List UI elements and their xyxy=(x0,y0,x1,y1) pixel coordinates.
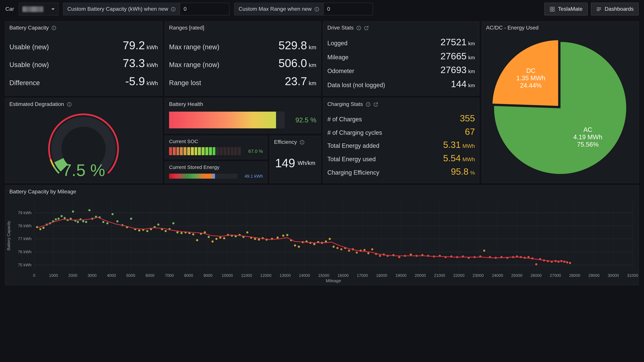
svg-text:12000: 12000 xyxy=(260,273,272,278)
dashboards-icon xyxy=(596,6,602,12)
stat-value: 355 xyxy=(460,113,475,124)
panel-efficiency: Efficiency 149 Wh/km xyxy=(270,136,321,183)
stat-row-total-energy-used: Total Energy used5.54MWh xyxy=(327,153,475,164)
panel-title-drive-stats[interactable]: Drive Stats xyxy=(327,25,354,31)
info-icon[interactable] xyxy=(366,102,371,107)
svg-text:28000: 28000 xyxy=(569,273,580,278)
panel-current-soc: Current SOC 67.0 % xyxy=(165,136,267,159)
stat-row-logged: Logged27521km xyxy=(327,37,475,48)
stat-label: Max range (now) xyxy=(169,61,219,69)
svg-text:16000: 16000 xyxy=(338,273,349,278)
stat-label: # of Charging cycles xyxy=(327,129,382,136)
soc-cell xyxy=(216,147,219,155)
svg-text:21000: 21000 xyxy=(434,273,445,278)
svg-text:29000: 29000 xyxy=(588,273,600,278)
stat-label: Total Energy added xyxy=(327,143,379,150)
custom-max-range-label: Custom Max Range when new xyxy=(239,6,312,12)
panel-title-battery-capacity[interactable]: Battery Capacity xyxy=(10,25,49,31)
svg-text:4000: 4000 xyxy=(107,273,116,278)
panel-title-estimated-degradation[interactable]: Estimated Degradation xyxy=(10,101,64,107)
car-select-value-redacted xyxy=(22,6,43,12)
custom-max-range-input[interactable] xyxy=(323,3,373,15)
car-label: Car xyxy=(5,6,14,12)
svg-text:6000: 6000 xyxy=(146,273,154,278)
svg-text:18000: 18000 xyxy=(376,273,387,278)
external-link-icon[interactable] xyxy=(373,102,378,107)
svg-text:1000: 1000 xyxy=(49,273,58,278)
chevron-down-icon xyxy=(51,8,55,10)
panel-battery-health: Battery Health 92.5 % xyxy=(165,98,321,133)
info-icon[interactable] xyxy=(314,6,319,11)
panel-current-stored-energy: Current Stored Energy 49.1 kWh xyxy=(165,162,267,183)
svg-text:Battery Capacity: Battery Capacity xyxy=(6,221,11,250)
stat-value: 23.7km xyxy=(285,75,316,88)
svg-text:78 kWh: 78 kWh xyxy=(18,224,32,228)
stat-row-charging-efficiency: Charging Efficiency95.8% xyxy=(327,167,475,177)
degradation-value: 7.5 % xyxy=(5,161,162,180)
panel-acdc-energy-used: AC/DC - Energy Used AC4.19 MWh75.56%DC1.… xyxy=(482,21,639,183)
info-icon[interactable] xyxy=(171,6,176,11)
stat-row-usable-new-: Usable (new)79.2kWh xyxy=(10,39,158,52)
panel-title-acdc[interactable]: AC/DC - Energy Used xyxy=(486,25,538,31)
svg-text:13000: 13000 xyxy=(280,273,291,278)
soc-cell xyxy=(191,147,194,155)
info-icon[interactable] xyxy=(52,25,56,30)
stat-label: Mileage xyxy=(327,54,348,61)
stat-value: 5.54MWh xyxy=(443,153,475,164)
soc-cell xyxy=(184,147,186,155)
topbar-links: TeslaMate Dashboards xyxy=(544,3,639,15)
stat-label: Total Energy used xyxy=(327,156,376,163)
dashboard-controls-bar: Car Custom Battery Capacity (kWh) when n… xyxy=(0,0,644,18)
panel-battery-capacity: Battery Capacity Usable (new)79.2kWhUsab… xyxy=(5,21,162,95)
soc-cell xyxy=(238,147,241,155)
teslamate-button[interactable]: TeslaMate xyxy=(544,3,588,15)
car-select[interactable] xyxy=(19,3,58,15)
stat-label: Data lost (not logged) xyxy=(327,82,385,89)
stat-value: 5.31MWh xyxy=(443,140,475,150)
stat-label: Usable (new) xyxy=(10,43,49,51)
soc-cell xyxy=(234,147,237,155)
dashboards-button[interactable]: Dashboards xyxy=(591,3,639,15)
stat-row-max-range-now-: Max range (now)506.0km xyxy=(169,57,316,70)
stat-value: 27665km xyxy=(440,51,475,62)
svg-text:17000: 17000 xyxy=(357,273,368,278)
custom-battery-capacity-label: Custom Battery Capacity (kWh) when new xyxy=(68,6,168,12)
battery-capacity-by-mileage-chart[interactable]: 75 kWh76 kWh77 kWh78 kWh79 kWh0100020003… xyxy=(5,198,639,284)
panel-title-charging-stats[interactable]: Charging Stats xyxy=(327,101,363,107)
soc-cell xyxy=(173,147,176,155)
svg-text:7000: 7000 xyxy=(165,273,174,278)
acdc-pie-chart[interactable]: AC4.19 MWh75.56%DC1.35 MWh24.44% xyxy=(482,34,639,182)
svg-text:5000: 5000 xyxy=(126,273,135,278)
apps-icon xyxy=(550,6,555,12)
panel-title-battery-capacity-by-mileage[interactable]: Battery Capacity by Mileage xyxy=(10,189,76,195)
stat-row-mileage: Mileage27665km xyxy=(327,51,475,62)
svg-text:23000: 23000 xyxy=(472,273,484,278)
soc-cell xyxy=(187,147,190,155)
custom-battery-capacity-input[interactable] xyxy=(180,3,230,15)
info-icon[interactable] xyxy=(356,25,362,30)
soc-cell xyxy=(198,147,201,155)
stat-label: Usable (now) xyxy=(10,61,49,69)
panel-title-current-stored-energy[interactable]: Current Stored Energy xyxy=(169,164,219,170)
soc-cell xyxy=(205,147,208,155)
battery-health-bar xyxy=(169,112,285,128)
panel-title-ranges[interactable]: Ranges [rated] xyxy=(169,25,204,31)
panel-title-efficiency[interactable]: Efficiency xyxy=(274,139,297,145)
svg-text:9000: 9000 xyxy=(204,273,212,278)
svg-text:8000: 8000 xyxy=(184,273,193,278)
info-icon[interactable] xyxy=(300,140,304,145)
svg-text:19000: 19000 xyxy=(395,273,406,278)
efficiency-unit: Wh/km xyxy=(298,160,315,166)
stat-row-odometer: Odometer27693km xyxy=(327,65,475,75)
external-link-icon[interactable] xyxy=(364,25,369,30)
soc-lcd-bar xyxy=(169,147,241,155)
panel-battery-capacity-by-mileage: Battery Capacity by Mileage 75 kWh76 kWh… xyxy=(5,185,639,285)
panel-title-battery-health[interactable]: Battery Health xyxy=(169,101,203,107)
panel-title-current-soc[interactable]: Current SOC xyxy=(169,138,198,144)
stat-row-max-range-new-: Max range (new)529.8km xyxy=(169,39,316,52)
stat-label: Logged xyxy=(327,40,348,47)
info-icon[interactable] xyxy=(67,102,72,107)
custom-max-range-control: Custom Max Range when new xyxy=(234,3,373,15)
svg-text:15000: 15000 xyxy=(318,273,330,278)
svg-text:30000: 30000 xyxy=(608,273,619,278)
